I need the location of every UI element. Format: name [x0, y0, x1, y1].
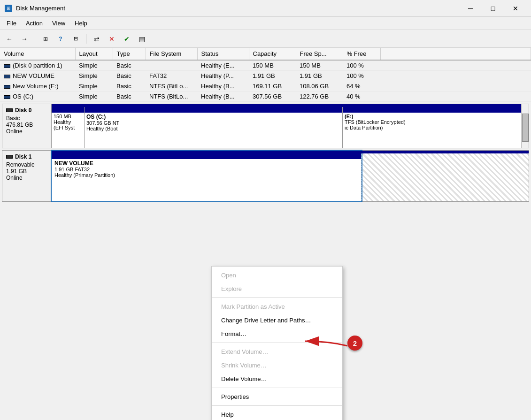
context-menu-item: Explore [212, 282, 342, 296]
title-bar-left: Disk Management [5, 5, 65, 12]
cell-capacity: 307.56 GB [249, 92, 296, 102]
context-menu-item[interactable]: Change Drive Letter and Paths… [212, 313, 342, 327]
col-layout: Layout [75, 48, 113, 60]
maximize-button[interactable]: □ [482, 1, 504, 15]
table-row[interactable]: NEW VOLUME Simple Basic FAT32 Healthy (P… [0, 71, 531, 81]
cell-free: 108.06 GB [296, 81, 343, 92]
col-status: Status [197, 48, 249, 60]
window-controls: ─ □ ✕ [460, 1, 526, 15]
context-menu-item: Extend Volume… [212, 345, 342, 359]
disk0-type: Basic [6, 115, 47, 122]
table-row[interactable]: (Disk 0 partition 1) Simple Basic Health… [0, 60, 531, 71]
delete-button[interactable]: ✕ [105, 33, 118, 45]
toolbar-sep-2 [86, 34, 86, 44]
back-button[interactable]: ← [3, 33, 16, 45]
disk0-status: Online [6, 128, 47, 135]
disk0-size: 476.81 GB [6, 122, 47, 128]
disk0-header-bar [52, 104, 521, 107]
toolbar: ← → ⊞ ? ⊟ ⇄ ✕ ✔ ▤ [0, 30, 531, 48]
cell-volume: NEW VOLUME [0, 71, 75, 81]
menu-file[interactable]: File [2, 18, 21, 29]
disk1-part1-desc: Healthy (Primary Partition) [54, 172, 358, 178]
close-button[interactable]: ✕ [505, 1, 526, 15]
disk1-part1-size: 1.91 GB FAT32 [54, 167, 358, 172]
disk0-part3-desc1: TFS (BitLocker Encrypted) [345, 119, 519, 125]
cell-capacity: 169.11 GB [249, 81, 296, 92]
cell-status: Healthy (B... [197, 92, 249, 102]
table-row[interactable]: New Volume (E:) Simple Basic NTFS (BitLo… [0, 81, 531, 92]
menu-action[interactable]: Action [21, 18, 47, 29]
volume-table-body: (Disk 0 partition 1) Simple Basic Health… [0, 60, 531, 102]
col-type: Type [113, 48, 146, 60]
show-hide-button[interactable]: ⊞ [39, 33, 52, 45]
cell-extra [380, 60, 531, 71]
menu-help[interactable]: Help [70, 18, 92, 29]
cell-status: Healthy (E... [197, 60, 249, 71]
cell-extra [380, 71, 531, 81]
cell-fs [146, 60, 197, 71]
col-free: Free Sp... [296, 48, 343, 60]
cell-pctfree: 100 % [343, 60, 380, 71]
properties-button[interactable]: ⊟ [69, 33, 82, 45]
disk1-part1[interactable]: NEW VOLUME 1.91 GB FAT32 Healthy (Primar… [52, 151, 362, 201]
disk1-name: Disk 1 [15, 153, 31, 160]
cell-fs: NTFS (BitLo... [146, 81, 197, 92]
disk0-part2[interactable]: OS (C:) 307.56 GB NT Healthy (Boot [85, 104, 343, 148]
cell-layout: Simple [75, 71, 113, 81]
cell-capacity: 1.91 GB [249, 71, 296, 81]
disk1-part1-name: NEW VOLUME [54, 160, 358, 167]
disk0-part2-desc: Healthy (Boot [86, 126, 340, 131]
cell-status: Healthy (P... [197, 71, 249, 81]
table-row[interactable]: OS (C:) Simple Basic NTFS (BitLo... Heal… [0, 92, 531, 102]
context-menu-item[interactable]: Help [212, 408, 342, 420]
cell-volume: OS (C:) [0, 92, 75, 102]
cell-status: Healthy (B... [197, 81, 249, 92]
minimize-button[interactable]: ─ [460, 1, 481, 15]
cell-layout: Simple [75, 92, 113, 102]
disk0-part3-name: (E:) [345, 114, 519, 119]
volume-table: Volume Layout Type File System Status Ca… [0, 48, 531, 102]
disk1-status: Online [6, 175, 47, 181]
cell-extra [380, 81, 531, 92]
disk0-part2-name: OS (C:) [86, 114, 340, 120]
main-content: Volume Layout Type File System Status Ca… [0, 48, 531, 420]
refresh-button[interactable]: ⇄ [90, 33, 103, 45]
disk0-partitions: 150 MB Healthy (EFI Syst OS (C:) 307.56 … [52, 104, 521, 148]
disk1-row: Disk 1 Removable 1.91 GB Online NEW VOLU… [2, 150, 529, 202]
cell-pctfree: 100 % [343, 71, 380, 81]
cell-free: 122.76 GB [296, 92, 343, 102]
cell-type: Basic [113, 60, 146, 71]
context-menu-separator [212, 298, 342, 298]
forward-button[interactable]: → [18, 33, 31, 45]
cell-pctfree: 40 % [343, 92, 380, 102]
context-menu-item[interactable]: Properties [212, 390, 342, 404]
cell-fs: NTFS (BitLo... [146, 92, 197, 102]
menu-view[interactable]: View [47, 18, 70, 29]
col-capacity: Capacity [249, 48, 296, 60]
annotation-circle-2: 2 [347, 336, 362, 351]
context-menu-item: Shrink Volume… [212, 359, 342, 372]
cell-volume: New Volume (E:) [0, 81, 75, 92]
menu-bar: File Action View Help [0, 17, 531, 30]
context-menu-item: Mark Partition as Active [212, 300, 342, 313]
check-button[interactable]: ✔ [120, 33, 133, 45]
disk0-icon [6, 108, 13, 112]
disk1-header-bar [52, 151, 529, 153]
disk0-part3[interactable]: (E:) TFS (BitLocker Encrypted) ic Data P… [343, 104, 521, 148]
cell-fs: FAT32 [146, 71, 197, 81]
app-icon [5, 5, 12, 12]
volume-table-section: Volume Layout Type File System Status Ca… [0, 48, 531, 102]
table-header-row: Volume Layout Type File System Status Ca… [0, 48, 531, 60]
context-menu: OpenExploreMark Partition as ActiveChang… [211, 266, 343, 420]
col-filesystem: File System [146, 48, 197, 60]
disk0-part3-desc2: ic Data Partition) [345, 125, 519, 130]
context-menu-item[interactable]: Delete Volume… [212, 372, 342, 386]
menu-button[interactable]: ▤ [135, 33, 148, 45]
disk1-icon [6, 155, 13, 159]
disk1-size: 1.91 GB [6, 168, 47, 175]
col-extra [380, 48, 531, 60]
disk0-part1[interactable]: 150 MB Healthy (EFI Syst [52, 104, 85, 148]
help-button[interactable]: ? [54, 33, 67, 45]
disk0-scrollbar[interactable] [521, 104, 529, 148]
context-menu-item[interactable]: Format… [212, 327, 342, 341]
